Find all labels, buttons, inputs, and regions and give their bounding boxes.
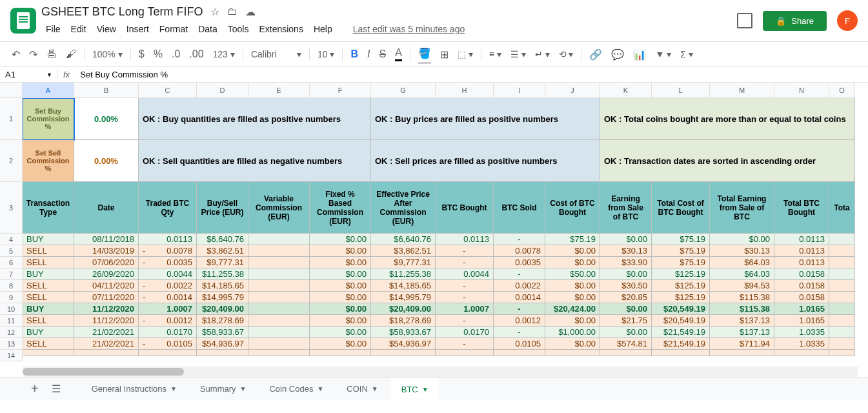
data-cell[interactable]: 0.0158	[774, 268, 829, 280]
sheet-tab-general-instructions[interactable]: General Instructions▼	[81, 378, 187, 399]
col-header-I[interactable]: I	[494, 83, 545, 98]
validation-msg[interactable]: OK : Transaction dates are sorted in asc…	[600, 140, 855, 182]
data-cell[interactable]: -	[494, 234, 545, 245]
formula-input[interactable]: Set Buy Commission %	[75, 70, 868, 79]
sheet-tab-coin[interactable]: COIN▼	[336, 378, 388, 399]
data-cell[interactable]	[248, 268, 310, 280]
account-avatar[interactable]: F	[837, 10, 858, 31]
data-cell[interactable]: 0.0113	[774, 245, 829, 257]
column-header[interactable]: Transaction Type	[23, 182, 74, 234]
data-cell[interactable]: $0.00	[310, 315, 371, 327]
data-cell[interactable]: 0.0158	[774, 292, 829, 303]
more-formats-button[interactable]: 123 ▾	[209, 46, 239, 62]
data-cell[interactable]: -	[494, 303, 545, 315]
data-cell[interactable]: $20,424.00	[545, 303, 600, 315]
data-cell[interactable]: $14,995.79	[371, 292, 436, 303]
data-cell[interactable]: $33.90	[600, 257, 652, 268]
sheets-logo[interactable]	[10, 8, 36, 34]
column-header[interactable]: Cost of BTC Bought	[545, 182, 600, 234]
data-cell[interactable]: BUY	[23, 327, 74, 338]
print-button[interactable]: 🖶	[43, 46, 61, 63]
data-cell[interactable]: -0.0014	[139, 292, 197, 303]
data-cell[interactable]: $0.00	[545, 338, 600, 350]
data-cell[interactable]: 0.0113	[774, 257, 829, 268]
data-cell[interactable]: $18,278.69	[197, 315, 248, 327]
data-cell[interactable]: 1.0165	[774, 315, 829, 327]
column-header[interactable]: Effective Price After Commission (EUR)	[371, 182, 436, 234]
data-cell[interactable]: $0.00	[310, 338, 371, 350]
data-cell[interactable]	[248, 280, 310, 292]
row-header-5[interactable]: 5	[0, 245, 22, 257]
column-header[interactable]: Earning from Sale of BTC	[600, 182, 652, 234]
data-cell[interactable]: 0.0170	[139, 327, 197, 338]
increase-decimal-button[interactable]: .00	[185, 46, 207, 63]
data-cell[interactable]: 1.0335	[774, 338, 829, 350]
cell-a2[interactable]: Set SellCommission%	[23, 140, 74, 182]
row-header-3[interactable]: 3	[0, 182, 22, 234]
column-header[interactable]: BTC Bought	[436, 182, 494, 234]
data-cell[interactable]: 1.0335	[774, 327, 829, 338]
data-cell[interactable]: $137.13	[710, 315, 774, 327]
data-cell[interactable]: 0.0113	[139, 234, 197, 245]
data-cell[interactable]: $0.00	[310, 327, 371, 338]
col-header-D[interactable]: D	[197, 83, 248, 98]
data-cell[interactable]: SELL	[23, 257, 74, 268]
menu-file[interactable]: File	[41, 21, 65, 37]
row-header-2[interactable]: 2	[0, 140, 22, 182]
col-header-A[interactable]: A	[23, 83, 74, 98]
data-cell[interactable]: -	[436, 315, 494, 327]
column-header[interactable]: Variable Commission (EUR)	[248, 182, 310, 234]
col-header-C[interactable]: C	[139, 83, 197, 98]
menu-tools[interactable]: Tools	[223, 21, 254, 37]
data-cell[interactable]: $6,640.76	[371, 234, 436, 245]
menu-format[interactable]: Format	[155, 21, 192, 37]
data-cell[interactable]: 0.0158	[774, 280, 829, 292]
data-cell[interactable]: 0.0022	[494, 280, 545, 292]
data-cell[interactable]: $0.00	[310, 303, 371, 315]
data-cell[interactable]: -	[494, 327, 545, 338]
sheet-tab-summary[interactable]: Summary▼	[190, 378, 257, 399]
link-button[interactable]: 🔗	[585, 46, 606, 63]
currency-button[interactable]: $	[135, 46, 148, 63]
data-cell[interactable]: -	[436, 338, 494, 350]
data-cell[interactable]: 0.0105	[494, 338, 545, 350]
paint-format-button[interactable]: 🖌	[62, 46, 80, 63]
data-cell[interactable]: $54,936.97	[197, 338, 248, 350]
column-header[interactable]: Date	[74, 182, 139, 234]
column-header[interactable]: Fixed % Based Commission (EUR)	[310, 182, 371, 234]
data-cell[interactable]: 1.0007	[139, 303, 197, 315]
share-button[interactable]: 🔒 Share	[763, 11, 827, 31]
data-cell[interactable]: $125.19	[652, 292, 710, 303]
col-header-J[interactable]: J	[545, 83, 600, 98]
sheet-tab-coin-codes[interactable]: Coin Codes▼	[259, 378, 334, 399]
data-cell[interactable]: BUY	[23, 268, 74, 280]
data-cell[interactable]: 0.0170	[436, 327, 494, 338]
data-cell[interactable]: 0.0044	[139, 268, 197, 280]
data-cell[interactable]: -0.0022	[139, 280, 197, 292]
data-cell[interactable]: $75.19	[652, 257, 710, 268]
data-cell[interactable]: $20,549.19	[652, 303, 710, 315]
col-header-G[interactable]: G	[371, 83, 436, 98]
data-cell[interactable]: $64.03	[710, 257, 774, 268]
data-cell[interactable]	[829, 303, 855, 315]
data-cell[interactable]	[248, 338, 310, 350]
data-cell[interactable]	[829, 280, 855, 292]
data-cell[interactable]: $75.19	[652, 245, 710, 257]
row-header-12[interactable]: 12	[0, 327, 22, 338]
data-cell[interactable]	[248, 234, 310, 245]
data-cell[interactable]: $58,933.67	[371, 327, 436, 338]
data-cell[interactable]: 07/06/2020	[74, 257, 139, 268]
data-cell[interactable]: SELL	[23, 280, 74, 292]
data-cell[interactable]: 0.0012	[494, 315, 545, 327]
data-cell[interactable]	[248, 303, 310, 315]
menu-edit[interactable]: Edit	[66, 21, 91, 37]
data-cell[interactable]: $11,255.38	[371, 268, 436, 280]
data-cell[interactable]: $30.50	[600, 280, 652, 292]
data-cell[interactable]	[829, 327, 855, 338]
functions-button[interactable]: Σ ▾	[676, 46, 697, 62]
data-cell[interactable]: $21.75	[600, 315, 652, 327]
data-cell[interactable]	[829, 245, 855, 257]
data-cell[interactable]: -0.0078	[139, 245, 197, 257]
column-header[interactable]: Traded BTC Qty	[139, 182, 197, 234]
data-cell[interactable]: 0.0113	[436, 234, 494, 245]
